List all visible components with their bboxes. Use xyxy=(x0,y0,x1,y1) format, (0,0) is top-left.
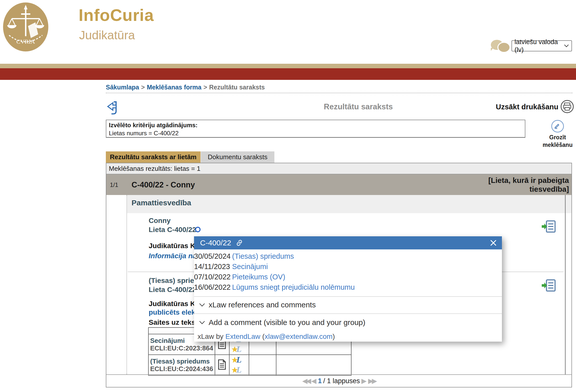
chevron-down-icon xyxy=(199,321,205,324)
document-link[interactable]: Lūgums sniegt prejudiciālu nolēmumu xyxy=(232,283,355,291)
document-icon[interactable] xyxy=(218,359,226,370)
xlaw-icon[interactable]: ★L xyxy=(231,355,247,365)
case-index: 1/1 xyxy=(110,181,118,188)
red-divider-bar xyxy=(0,68,576,80)
breadcrumb-separator: > xyxy=(201,84,209,91)
breadcrumb-search-form-link[interactable]: Meklēšanas forma xyxy=(147,84,202,91)
document-date: 30/05/2024 xyxy=(194,252,228,260)
app-subtitle: Judikatūra xyxy=(79,28,135,42)
entry-title: (Tiesas) spried xyxy=(149,277,198,285)
open-case-icon[interactable] xyxy=(542,278,556,293)
xlaw-references-toggle[interactable]: xLaw references and comments xyxy=(199,300,316,310)
tab-results-with-cases[interactable]: Rezultātu saraksts ar lietām xyxy=(106,151,201,163)
entry-note-label: Judikatūras Kr xyxy=(149,242,198,250)
current-page: 1 xyxy=(318,377,322,385)
edit-search-icon[interactable] xyxy=(551,120,564,133)
chevron-down-icon xyxy=(564,44,569,48)
link-icon[interactable] xyxy=(236,239,243,247)
first-page-icon[interactable]: ◀◀ xyxy=(302,377,310,385)
popup-document-row: 16/06/2022 Lūgums sniegt prejudiciālu no… xyxy=(194,282,502,292)
document-date: 16/06/2022 xyxy=(194,283,228,291)
case-title: C-400/22 - Conny xyxy=(132,180,195,189)
language-select-value: latviešu valoda (lv) xyxy=(515,38,564,54)
edit-search-label[interactable]: meklēšanu xyxy=(536,142,576,148)
next-page-icon[interactable]: ▶ xyxy=(361,377,367,385)
chat-bubbles-icon xyxy=(491,39,510,53)
app-title: InfoCuria xyxy=(79,6,154,25)
extendlaw-email-link[interactable]: xlaw@extendlaw.com xyxy=(265,333,333,340)
xlaw-by-text: xLaw by xyxy=(198,333,226,340)
section-heading: Pamattiesvedība xyxy=(132,199,191,207)
popup-header: C-400/22 xyxy=(194,236,502,249)
entry-case-line: Lieta C-400/22 xyxy=(149,226,196,234)
case-status: [Lieta, kurā ir pabeigta tiesvedība] xyxy=(458,176,569,193)
entry-note-link[interactable]: publicēts elekt xyxy=(149,308,198,316)
popup-document-row: 07/10/2022 Pieteikums (OV) xyxy=(194,272,502,282)
svg-text:CVRIA: CVRIA xyxy=(16,38,35,45)
document-date: 07/10/2022 xyxy=(194,273,228,281)
xlaw-eu-icon[interactable]: ★L xyxy=(231,365,247,375)
language-select[interactable]: latviešu valoda (lv) xyxy=(511,40,572,51)
breadcrumb: Sākumlapa>Meklēšanas forma>Rezultātu sar… xyxy=(106,84,265,91)
close-icon[interactable] xyxy=(489,238,498,247)
criteria-value: Lietas numurs = C-400/22 xyxy=(109,130,179,137)
section-strip xyxy=(127,195,571,213)
popup-divider xyxy=(194,296,502,297)
document-link[interactable]: Secinājumi xyxy=(232,263,268,271)
print-label[interactable]: Uzsākt drukāšanu xyxy=(496,103,558,111)
cvria-logo: CVRIA xyxy=(3,2,49,52)
entry-links-label: Saites uz tekst xyxy=(149,318,198,326)
case-documents-toggle[interactable] xyxy=(195,227,201,232)
criteria-heading: Izvēlēto kritēriju atgādinājums: xyxy=(109,122,198,129)
entry-note-label: Judikatūras Kr xyxy=(149,300,198,308)
infocuria-page: CVRIA InfoCuria Judikatūra latviešu valo… xyxy=(0,0,576,392)
open-case-icon[interactable] xyxy=(542,219,556,234)
popup-document-row: 30/05/2024 (Tiesas) spriedums xyxy=(194,251,502,262)
gold-divider-bar xyxy=(0,64,576,68)
popup-document-row: 14/11/2023 Secinājumi xyxy=(194,262,502,272)
document-ecli: ECLI:EU:C:2024:436 xyxy=(150,365,213,373)
popup-footer: xLaw by ExtendLaw (xlaw@extendlaw.com) xyxy=(198,333,335,341)
printer-icon[interactable] xyxy=(560,100,574,113)
results-summary: Meklēšanas rezultāts: lietas = 1 xyxy=(106,163,571,174)
document-ecli: ECLI:EU:C:2023:864 xyxy=(150,344,213,352)
entry-case-line: Lieta C-400/22 xyxy=(149,286,196,294)
breadcrumb-separator: > xyxy=(139,84,147,91)
breadcrumb-current: Rezultātu saraksts xyxy=(209,84,265,91)
table-row: (Tiesas) spriedums ECLI:EU:C:2024:436 ★L… xyxy=(148,355,351,375)
breadcrumb-home-link[interactable]: Sākumlapa xyxy=(106,84,139,91)
document-link[interactable]: (Tiesas) spriedums xyxy=(232,252,294,260)
last-page-icon[interactable]: ▶▶ xyxy=(368,377,376,385)
case-documents-popup: C-400/22 30/05/2024 (Tiesas) spriedums 1… xyxy=(194,236,502,342)
edit-search-label[interactable]: Grozīt xyxy=(536,134,576,141)
pagination: ◀◀ ◀ 1 / 1 lappuses ▶ ▶▶ xyxy=(106,374,571,387)
entry-note-link[interactable]: Informācija nav xyxy=(149,252,200,260)
dotted-divider xyxy=(106,93,572,93)
add-comment-toggle[interactable]: Add a comment (visible to you and your g… xyxy=(199,317,365,328)
popup-title: C-400/22 xyxy=(200,239,231,247)
chevron-down-icon xyxy=(199,303,205,307)
case-header-row: 1/1 C-400/22 - Conny [Lieta, kurā ir pab… xyxy=(106,174,571,195)
back-icon[interactable] xyxy=(107,101,118,116)
popup-divider xyxy=(194,313,502,314)
extendlaw-link[interactable]: ExtendLaw xyxy=(226,333,261,340)
entry-title: Conny xyxy=(149,217,171,225)
document-link[interactable]: Pieteikums (OV) xyxy=(232,273,285,281)
document-type: (Tiesas) spriedums xyxy=(150,357,213,365)
pages-total: / 1 lappuses xyxy=(323,377,360,385)
tab-document-list[interactable]: Dokumentu saraksts xyxy=(201,151,274,163)
page-title: Rezultātu saraksts xyxy=(270,102,446,111)
document-date: 14/11/2023 xyxy=(194,263,228,271)
criteria-box: Izvēlēto kritēriju atgādinājums: Lietas … xyxy=(106,120,525,138)
right-divider xyxy=(565,195,566,374)
xlaw-eu-icon[interactable]: ★L xyxy=(231,344,247,354)
left-dotted-divider xyxy=(126,195,127,374)
previous-page-icon[interactable]: ◀ xyxy=(311,377,316,385)
